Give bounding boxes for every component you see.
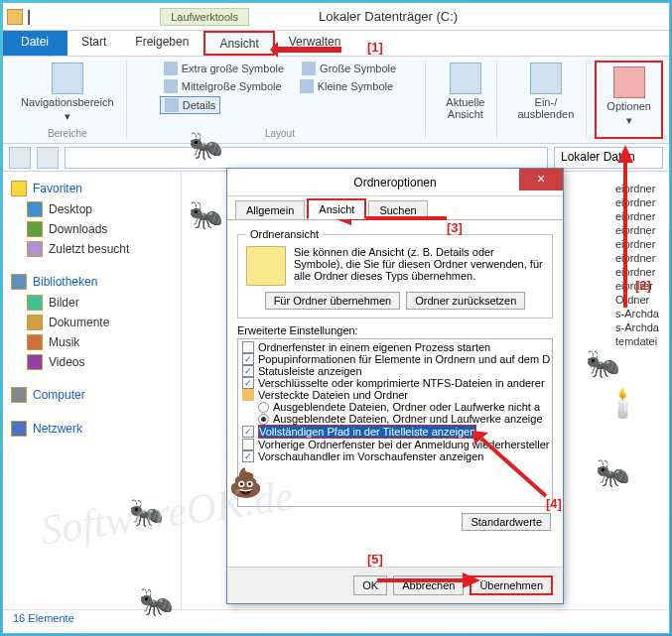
file-row[interactable]: eiordner (615, 265, 659, 279)
dialog-titlebar[interactable]: Ordneroptionen × (227, 169, 563, 196)
file-row[interactable]: Ordner (615, 293, 659, 307)
file-row[interactable]: eiordner (615, 195, 659, 209)
navpane-icon (52, 63, 83, 94)
setting-popup-info[interactable]: ✓Popupinformationen für Elemente in Ordn… (240, 353, 550, 365)
file-row[interactable]: s-Archda (615, 320, 659, 334)
videos-icon (27, 354, 43, 370)
layout-views: Extra große Symbole Große Symbole Mittel… (160, 61, 400, 114)
view-medium[interactable]: Mittelgroße Symbole (160, 78, 286, 94)
apply-button[interactable]: Übernehmen (470, 575, 553, 595)
dialog-tab-general[interactable]: Allgemein (235, 200, 305, 219)
dialog-buttons: OK Abbrechen Übernehmen (227, 567, 563, 603)
sidebar-computer[interactable]: Computer (7, 384, 177, 406)
setting-full-path-titlebar[interactable]: ✓Vollständigen Pfad in der Titelleiste a… (240, 425, 550, 439)
sidebar-favorites-label: Favoriten (33, 182, 82, 195)
ribbon: Navigationsbereich ▾ Bereiche Extra groß… (3, 57, 669, 144)
tab-start[interactable]: Start (67, 31, 121, 56)
search-input[interactable]: Lokaler Daten (554, 147, 663, 169)
sidebar-videos[interactable]: Videos (7, 352, 177, 372)
navigation-pane-button[interactable]: Navigationsbereich ▾ (17, 61, 118, 125)
sidebar-network-label: Netzwerk (33, 422, 82, 436)
sidebar-downloads[interactable]: Downloads (7, 219, 177, 239)
dialog-tabs: Allgemein Ansicht Suchen (227, 196, 563, 220)
sidebar-libraries[interactable]: Bibliotheken (7, 271, 177, 293)
setting-restore-folders[interactable]: Vorherige Ordnerfenster bei der Anmeldun… (240, 439, 550, 450)
contextual-tooltab[interactable]: Laufwerktools (160, 8, 249, 26)
tab-manage[interactable]: Verwalten (275, 31, 356, 56)
file-type-column: eiordner eiordner eiordner eiordner eior… (615, 182, 659, 348)
checkbox-icon[interactable]: ✓ (242, 365, 254, 377)
back-button[interactable] (9, 147, 31, 169)
item-count: 16 Elemente (13, 612, 74, 624)
sidebar-documents[interactable]: Dokumente (7, 313, 177, 332)
medium-icon (164, 79, 178, 93)
folder-view-fieldset: Ordneransicht Sie können die Ansicht (z.… (237, 228, 553, 318)
setting-hidden-hide[interactable]: Ausgeblendete Dateien, Ordner oder Laufw… (240, 401, 550, 413)
sidebar-music[interactable]: Musik (7, 332, 177, 352)
desktop-icon (27, 201, 43, 217)
dialog-tab-view[interactable]: Ansicht (307, 198, 366, 219)
close-button[interactable]: × (519, 169, 563, 191)
view-small[interactable]: Kleine Symbole (296, 78, 397, 94)
ok-button[interactable]: OK (353, 575, 387, 595)
checkbox-icon[interactable] (242, 439, 254, 450)
file-row[interactable]: eiordner (615, 237, 659, 251)
file-row[interactable]: s-Archda (615, 307, 659, 320)
forward-button[interactable] (37, 147, 59, 169)
view-xlarge[interactable]: Extra große Symbole (160, 61, 288, 76)
file-row[interactable]: eiordner (615, 251, 659, 265)
cancel-button[interactable]: Abbrechen (393, 575, 464, 595)
setting-statusbar[interactable]: ✓Statusleiste anzeigen (240, 365, 550, 377)
options-button[interactable]: Optionen ▾ (603, 64, 655, 129)
reset-folders-button[interactable]: Ordner zurücksetzen (406, 292, 525, 310)
sidebar-recent[interactable]: Zuletzt besucht (7, 239, 177, 259)
view-details[interactable]: Details (160, 96, 221, 114)
file-row[interactable]: temdatei (615, 334, 659, 348)
show-hide-button[interactable]: Ein-/ ausblenden (513, 61, 578, 122)
file-row[interactable]: eiordner (615, 182, 659, 195)
file-row[interactable]: eiordrer (615, 279, 659, 293)
view-large-label: Große Symbole (320, 63, 396, 74)
music-icon (27, 334, 43, 350)
view-xlarge-label: Extra große Symbole (182, 63, 284, 74)
current-view-label: Aktuelle Ansicht (446, 96, 484, 120)
sidebar-desktop[interactable]: Desktop (7, 199, 177, 219)
breadcrumb[interactable] (65, 147, 548, 169)
dialog-title: Ordneroptionen (353, 176, 436, 190)
file-row[interactable]: eiordner (615, 209, 659, 223)
advanced-settings-label: Erweiterte Einstellungen: (237, 324, 553, 336)
setting-preview-handler[interactable]: ✓Vorschauhandler im Vorschaufenster anze… (240, 450, 550, 462)
radio-icon[interactable] (258, 414, 269, 425)
sidebar-desktop-label: Desktop (49, 202, 92, 216)
sidebar-network[interactable]: Netzwerk (7, 418, 177, 440)
quick-launch: | (7, 8, 31, 26)
tab-share[interactable]: Freigeben (121, 31, 203, 56)
recent-icon (27, 241, 43, 257)
checkbox-icon[interactable]: ✓ (242, 353, 254, 365)
checkbox-icon[interactable]: ✓ (242, 426, 254, 438)
ql-sep: | (27, 8, 31, 26)
file-row[interactable]: eiordner (615, 223, 659, 237)
sidebar-libraries-label: Bibliotheken (33, 275, 97, 289)
dialog-tab-search[interactable]: Suchen (368, 200, 427, 219)
sidebar-music-label: Musik (49, 335, 79, 349)
radio-icon[interactable] (258, 402, 269, 413)
navigation-sidebar: Favoriten Desktop Downloads Zuletzt besu… (3, 172, 182, 609)
setting-own-process[interactable]: Ordnerfenster in einem eigenen Prozess s… (240, 341, 550, 353)
setting-hidden-show[interactable]: Ausgeblendete Dateien, Ordner und Laufwe… (240, 413, 550, 425)
restore-defaults-button[interactable]: Standardwerte (462, 513, 551, 531)
sidebar-downloads-label: Downloads (49, 222, 107, 236)
checkbox-icon[interactable] (242, 341, 254, 353)
checkbox-icon[interactable]: ✓ (242, 450, 254, 462)
setting-encrypted-ntfs[interactable]: ✓Verschlüsselte oder komprimierte NTFS-D… (240, 377, 550, 389)
tab-file[interactable]: Datei (3, 31, 67, 56)
current-view-button[interactable]: Aktuelle Ansicht (442, 61, 488, 122)
sidebar-documents-label: Dokumente (49, 316, 109, 329)
view-large[interactable]: Große Symbole (298, 61, 400, 76)
advanced-settings-tree[interactable]: Ordnerfenster in einem eigenen Prozess s… (237, 338, 553, 507)
checkbox-icon[interactable]: ✓ (242, 377, 254, 389)
apply-to-folders-button[interactable]: Für Ordner übernehmen (265, 292, 401, 310)
sidebar-pictures[interactable]: Bilder (7, 293, 177, 313)
sidebar-favorites[interactable]: Favoriten (7, 178, 177, 199)
tab-view[interactable]: Ansicht (203, 31, 274, 56)
